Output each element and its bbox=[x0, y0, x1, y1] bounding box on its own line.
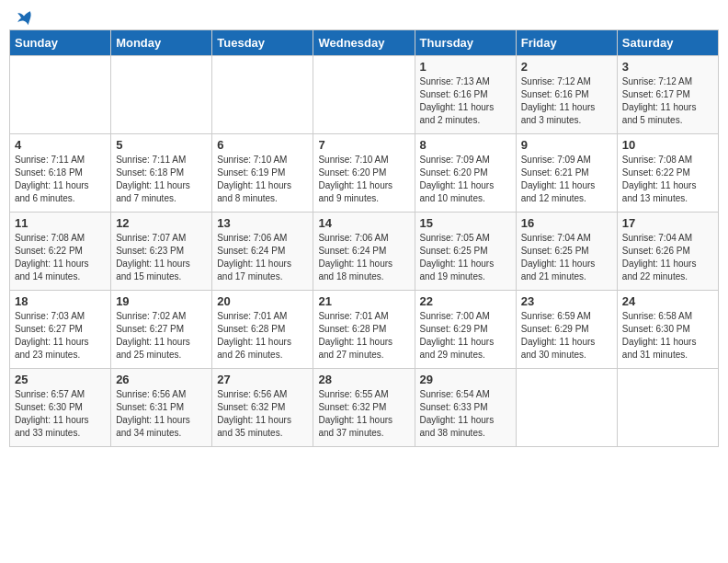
day-number: 21 bbox=[318, 294, 409, 308]
day-info: Sunrise: 6:58 AMSunset: 6:30 PMDaylight:… bbox=[622, 310, 713, 362]
day-number: 28 bbox=[318, 373, 409, 386]
day-info: Sunrise: 7:08 AMSunset: 6:22 PMDaylight:… bbox=[622, 154, 713, 205]
day-number: 16 bbox=[521, 216, 612, 230]
day-info: Sunrise: 7:12 AMSunset: 6:17 PMDaylight:… bbox=[622, 75, 713, 127]
day-number: 20 bbox=[217, 294, 308, 308]
week-row-3: 11Sunrise: 7:08 AMSunset: 6:22 PMDayligh… bbox=[10, 213, 719, 291]
calendar-cell bbox=[313, 56, 415, 134]
day-number: 12 bbox=[116, 216, 207, 230]
calendar-cell: 1Sunrise: 7:13 AMSunset: 6:16 PMDaylight… bbox=[415, 56, 516, 134]
day-number: 7 bbox=[318, 138, 409, 152]
logo bbox=[14, 9, 32, 20]
day-info: Sunrise: 7:09 AMSunset: 6:21 PMDaylight:… bbox=[521, 154, 612, 205]
day-info: Sunrise: 6:59 AMSunset: 6:29 PMDaylight:… bbox=[521, 310, 612, 362]
calendar-cell: 6Sunrise: 7:10 AMSunset: 6:19 PMDaylight… bbox=[212, 134, 313, 213]
day-number: 29 bbox=[420, 373, 511, 386]
day-info: Sunrise: 7:11 AMSunset: 6:18 PMDaylight:… bbox=[116, 154, 207, 205]
day-info: Sunrise: 7:01 AMSunset: 6:28 PMDaylight:… bbox=[217, 310, 308, 362]
calendar-table: SundayMondayTuesdayWednesdayThursdayFrid… bbox=[9, 29, 719, 447]
day-number: 9 bbox=[521, 138, 612, 152]
day-header-sunday: Sunday bbox=[10, 30, 111, 56]
week-row-1: 1Sunrise: 7:13 AMSunset: 6:16 PMDaylight… bbox=[10, 56, 719, 134]
day-header-friday: Friday bbox=[516, 30, 617, 56]
day-header-tuesday: Tuesday bbox=[212, 30, 313, 56]
calendar-cell bbox=[111, 56, 212, 134]
day-number: 8 bbox=[420, 138, 511, 152]
day-info: Sunrise: 6:56 AMSunset: 6:32 PMDaylight:… bbox=[217, 388, 308, 440]
day-number: 24 bbox=[622, 294, 713, 308]
calendar-cell: 11Sunrise: 7:08 AMSunset: 6:22 PMDayligh… bbox=[10, 213, 111, 291]
day-info: Sunrise: 7:05 AMSunset: 6:25 PMDaylight:… bbox=[420, 232, 511, 283]
day-number: 25 bbox=[15, 373, 106, 386]
calendar-cell: 29Sunrise: 6:54 AMSunset: 6:33 PMDayligh… bbox=[415, 369, 516, 447]
day-number: 3 bbox=[622, 60, 713, 74]
day-info: Sunrise: 6:55 AMSunset: 6:32 PMDaylight:… bbox=[318, 388, 409, 440]
day-header-saturday: Saturday bbox=[617, 30, 718, 56]
calendar-cell: 10Sunrise: 7:08 AMSunset: 6:22 PMDayligh… bbox=[617, 134, 718, 213]
day-info: Sunrise: 7:12 AMSunset: 6:16 PMDaylight:… bbox=[521, 75, 612, 127]
day-number: 11 bbox=[15, 216, 106, 230]
calendar-cell: 22Sunrise: 7:00 AMSunset: 6:29 PMDayligh… bbox=[415, 291, 516, 369]
day-header-monday: Monday bbox=[111, 30, 212, 56]
calendar-cell: 7Sunrise: 7:10 AMSunset: 6:20 PMDaylight… bbox=[313, 134, 415, 213]
day-info: Sunrise: 7:08 AMSunset: 6:22 PMDaylight:… bbox=[15, 232, 106, 283]
calendar-cell: 9Sunrise: 7:09 AMSunset: 6:21 PMDaylight… bbox=[516, 134, 617, 213]
day-info: Sunrise: 7:02 AMSunset: 6:27 PMDaylight:… bbox=[116, 310, 207, 362]
day-info: Sunrise: 7:03 AMSunset: 6:27 PMDaylight:… bbox=[15, 310, 106, 362]
calendar-cell: 8Sunrise: 7:09 AMSunset: 6:20 PMDaylight… bbox=[415, 134, 516, 213]
day-number: 17 bbox=[622, 216, 713, 230]
calendar-cell: 4Sunrise: 7:11 AMSunset: 6:18 PMDaylight… bbox=[10, 134, 111, 213]
calendar-cell: 14Sunrise: 7:06 AMSunset: 6:24 PMDayligh… bbox=[313, 213, 415, 291]
calendar-cell: 24Sunrise: 6:58 AMSunset: 6:30 PMDayligh… bbox=[617, 291, 718, 369]
day-number: 13 bbox=[217, 216, 308, 230]
calendar-cell: 17Sunrise: 7:04 AMSunset: 6:26 PMDayligh… bbox=[617, 213, 718, 291]
calendar-cell: 27Sunrise: 6:56 AMSunset: 6:32 PMDayligh… bbox=[212, 369, 313, 447]
day-header-wednesday: Wednesday bbox=[313, 30, 415, 56]
day-number: 26 bbox=[116, 373, 207, 386]
day-info: Sunrise: 6:54 AMSunset: 6:33 PMDaylight:… bbox=[420, 388, 511, 440]
calendar-cell: 18Sunrise: 7:03 AMSunset: 6:27 PMDayligh… bbox=[10, 291, 111, 369]
calendar-cell: 28Sunrise: 6:55 AMSunset: 6:32 PMDayligh… bbox=[313, 369, 415, 447]
day-number: 5 bbox=[116, 138, 207, 152]
day-header-thursday: Thursday bbox=[415, 30, 516, 56]
calendar-cell: 12Sunrise: 7:07 AMSunset: 6:23 PMDayligh… bbox=[111, 213, 212, 291]
day-info: Sunrise: 7:10 AMSunset: 6:20 PMDaylight:… bbox=[318, 154, 409, 205]
day-info: Sunrise: 7:00 AMSunset: 6:29 PMDaylight:… bbox=[420, 310, 511, 362]
calendar-cell: 16Sunrise: 7:04 AMSunset: 6:25 PMDayligh… bbox=[516, 213, 617, 291]
day-info: Sunrise: 6:57 AMSunset: 6:30 PMDaylight:… bbox=[15, 388, 106, 440]
calendar-cell: 23Sunrise: 6:59 AMSunset: 6:29 PMDayligh… bbox=[516, 291, 617, 369]
calendar-cell bbox=[212, 56, 313, 134]
day-info: Sunrise: 7:06 AMSunset: 6:24 PMDaylight:… bbox=[217, 232, 308, 283]
day-info: Sunrise: 7:10 AMSunset: 6:19 PMDaylight:… bbox=[217, 154, 308, 205]
day-number: 6 bbox=[217, 138, 308, 152]
day-number: 27 bbox=[217, 373, 308, 386]
calendar-cell bbox=[10, 56, 111, 134]
calendar-cell: 26Sunrise: 6:56 AMSunset: 6:31 PMDayligh… bbox=[111, 369, 212, 447]
calendar-cell: 3Sunrise: 7:12 AMSunset: 6:17 PMDaylight… bbox=[617, 56, 718, 134]
day-number: 1 bbox=[420, 60, 511, 74]
day-info: Sunrise: 7:09 AMSunset: 6:20 PMDaylight:… bbox=[420, 154, 511, 205]
calendar-cell: 20Sunrise: 7:01 AMSunset: 6:28 PMDayligh… bbox=[212, 291, 313, 369]
day-number: 19 bbox=[116, 294, 207, 308]
week-row-2: 4Sunrise: 7:11 AMSunset: 6:18 PMDaylight… bbox=[10, 134, 719, 213]
calendar-cell bbox=[617, 369, 718, 447]
day-info: Sunrise: 7:13 AMSunset: 6:16 PMDaylight:… bbox=[420, 75, 511, 127]
day-number: 18 bbox=[15, 294, 106, 308]
calendar-cell: 2Sunrise: 7:12 AMSunset: 6:16 PMDaylight… bbox=[516, 56, 617, 134]
day-info: Sunrise: 7:01 AMSunset: 6:28 PMDaylight:… bbox=[318, 310, 409, 362]
week-row-4: 18Sunrise: 7:03 AMSunset: 6:27 PMDayligh… bbox=[10, 291, 719, 369]
day-number: 15 bbox=[420, 216, 511, 230]
day-info: Sunrise: 7:11 AMSunset: 6:18 PMDaylight:… bbox=[15, 154, 106, 205]
calendar-cell: 19Sunrise: 7:02 AMSunset: 6:27 PMDayligh… bbox=[111, 291, 212, 369]
calendar-cell: 25Sunrise: 6:57 AMSunset: 6:30 PMDayligh… bbox=[10, 369, 111, 447]
day-number: 14 bbox=[318, 216, 409, 230]
day-info: Sunrise: 7:04 AMSunset: 6:26 PMDaylight:… bbox=[622, 232, 713, 283]
day-info: Sunrise: 6:56 AMSunset: 6:31 PMDaylight:… bbox=[116, 388, 207, 440]
calendar-cell: 15Sunrise: 7:05 AMSunset: 6:25 PMDayligh… bbox=[415, 213, 516, 291]
day-number: 23 bbox=[521, 294, 612, 308]
calendar-cell bbox=[516, 369, 617, 447]
day-info: Sunrise: 7:07 AMSunset: 6:23 PMDaylight:… bbox=[116, 232, 207, 283]
day-info: Sunrise: 7:06 AMSunset: 6:24 PMDaylight:… bbox=[318, 232, 409, 283]
header-row: SundayMondayTuesdayWednesdayThursdayFrid… bbox=[10, 30, 719, 56]
week-row-5: 25Sunrise: 6:57 AMSunset: 6:30 PMDayligh… bbox=[10, 369, 719, 447]
